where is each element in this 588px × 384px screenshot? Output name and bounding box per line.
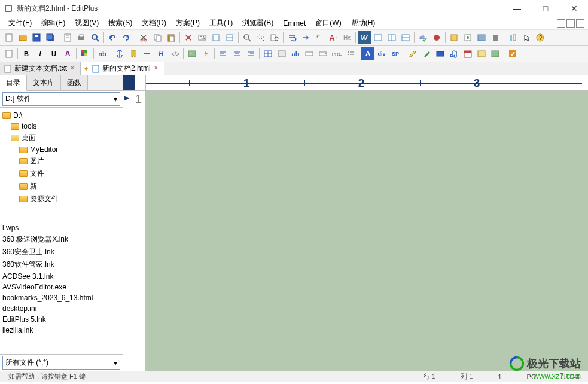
pointer-icon[interactable] xyxy=(520,31,533,44)
input-icon[interactable] xyxy=(303,47,316,60)
nbsp-button[interactable]: nb xyxy=(96,47,109,60)
char-icon[interactable] xyxy=(475,47,488,60)
file-item[interactable]: 360软件管家.lnk xyxy=(0,258,123,271)
brush-icon[interactable] xyxy=(420,47,433,60)
save-all-icon[interactable] xyxy=(44,31,57,44)
underline-button[interactable]: U xyxy=(47,47,60,60)
file-item[interactable]: EditPlus 5.lnk xyxy=(0,314,123,325)
menu-view[interactable]: 视图(V) xyxy=(70,17,103,29)
column-select-icon[interactable] xyxy=(506,31,519,44)
help-icon[interactable]: ? xyxy=(534,31,547,44)
menu-project[interactable]: 方案(P) xyxy=(171,17,205,29)
maximize-button[interactable]: □ xyxy=(537,4,555,13)
panel-tab-cliptext[interactable]: 文本库 xyxy=(27,75,61,90)
undo-icon[interactable] xyxy=(106,31,119,44)
ftp-icon[interactable] xyxy=(489,31,502,44)
record-macro-icon[interactable] xyxy=(430,31,443,44)
align-center-icon[interactable] xyxy=(230,47,243,60)
tool-b-icon[interactable] xyxy=(223,31,236,44)
ab-button[interactable]: ab xyxy=(289,47,302,60)
replace-icon[interactable] xyxy=(254,31,267,44)
tools-panel-icon[interactable] xyxy=(475,31,488,44)
file-filter-combobox[interactable]: 所有文件 (*.*) ▾ xyxy=(2,356,120,370)
tool-a-icon[interactable] xyxy=(209,31,223,44)
span-button[interactable]: SP xyxy=(389,47,402,60)
align-right-icon[interactable] xyxy=(244,47,257,60)
code-editor[interactable] xyxy=(146,91,588,371)
redo-icon[interactable] xyxy=(120,31,133,44)
font-size-icon[interactable]: A↓ xyxy=(327,31,340,44)
cut-icon[interactable] xyxy=(137,31,150,44)
options-icon[interactable] xyxy=(461,31,474,44)
folder-item[interactable]: 图片 xyxy=(0,155,123,167)
flash-icon[interactable] xyxy=(199,47,212,60)
folder-item[interactable]: 资源文件 xyxy=(0,193,123,205)
div-button[interactable]: div xyxy=(375,47,388,60)
paste-icon[interactable] xyxy=(164,31,178,44)
hr-icon[interactable] xyxy=(141,47,154,60)
invisibles-icon[interactable]: ¶ xyxy=(313,31,326,44)
menu-tools[interactable]: 工具(T) xyxy=(205,17,237,29)
music-icon[interactable] xyxy=(447,47,461,60)
menu-document[interactable]: 文档(D) xyxy=(137,17,171,29)
find-icon[interactable] xyxy=(240,31,254,44)
delete-icon[interactable] xyxy=(182,31,195,44)
font-color-icon[interactable]: A xyxy=(61,47,74,60)
folder-item[interactable]: 桌面 xyxy=(0,132,123,144)
anchor-link-icon[interactable] xyxy=(113,47,126,60)
folder-item[interactable]: MyEditor xyxy=(0,144,123,155)
table-icon[interactable] xyxy=(261,47,275,60)
align-left-icon[interactable] xyxy=(217,47,230,60)
browser-w-icon[interactable]: W xyxy=(358,31,371,44)
font-a-button[interactable]: A xyxy=(361,47,374,60)
file-item[interactable]: ACDSee 3.1.lnk xyxy=(0,271,123,282)
hex-icon[interactable]: 0A xyxy=(196,31,209,44)
pre-button[interactable]: PRE xyxy=(330,47,343,60)
drive-combobox[interactable]: D:] 软件 ▾ xyxy=(2,92,120,106)
image-icon[interactable] xyxy=(185,47,199,60)
hex-view-icon[interactable]: Hx xyxy=(340,31,354,44)
file-item[interactable]: desktop.ini xyxy=(0,303,123,314)
select-icon[interactable] xyxy=(316,47,330,60)
layout-1-icon[interactable] xyxy=(371,31,385,44)
menu-browser[interactable]: 浏览器(B) xyxy=(237,17,278,29)
bold-button[interactable]: B xyxy=(20,47,33,60)
file-item[interactable]: AVSVideoEditor.exe xyxy=(0,282,123,292)
tab-close-icon[interactable]: × xyxy=(154,65,162,72)
edit-icon[interactable] xyxy=(406,47,419,60)
folder-item[interactable]: tools xyxy=(0,121,123,132)
file-item[interactable]: 360 极速浏览器X.lnk xyxy=(0,233,123,246)
object-icon[interactable] xyxy=(489,47,502,60)
tab-close-icon[interactable]: × xyxy=(71,65,78,72)
folder-item[interactable]: 新 xyxy=(0,180,123,193)
file-item[interactable]: 360安全卫士.lnk xyxy=(0,246,123,258)
wordwrap-icon[interactable] xyxy=(285,31,298,44)
save-icon[interactable] xyxy=(30,31,43,44)
panel-tab-directory[interactable]: 目录 xyxy=(0,75,27,91)
bookmark-icon[interactable] xyxy=(127,47,140,60)
file-item[interactable]: bookmarks_2023_6_13.html xyxy=(0,292,123,303)
file-item[interactable]: l.wps xyxy=(0,223,123,233)
open-file-icon[interactable] xyxy=(16,31,29,44)
layout-3-icon[interactable] xyxy=(399,31,412,44)
folder-item[interactable]: 文件 xyxy=(0,167,123,180)
menu-emmet[interactable]: Emmet xyxy=(278,18,310,29)
html-doc-icon[interactable] xyxy=(2,47,16,60)
new-file-icon[interactable] xyxy=(2,31,16,44)
settings-icon[interactable] xyxy=(447,31,461,44)
menu-edit[interactable]: 编辑(E) xyxy=(36,17,70,29)
minimize-button[interactable]: — xyxy=(508,4,526,13)
file-item[interactable]: ilezilla.lnk xyxy=(0,325,123,336)
copy-icon[interactable] xyxy=(151,31,164,44)
tag-close-icon[interactable]: </> xyxy=(168,47,181,60)
list-ul-icon[interactable] xyxy=(344,47,357,60)
layout-2-icon[interactable] xyxy=(385,31,398,44)
mdi-restore-icon[interactable] xyxy=(566,19,575,28)
folder-item[interactable]: D:\ xyxy=(0,110,123,121)
doc-icon[interactable] xyxy=(61,31,74,44)
spellcheck-icon[interactable]: ab xyxy=(416,31,429,44)
close-button[interactable]: ✕ xyxy=(565,4,583,13)
folder-tree[interactable]: D:\ tools 桌面 MyEditor 图片 文件 新 资源文件 xyxy=(0,108,123,221)
panel-tab-functions[interactable]: 函数 xyxy=(61,75,88,90)
file-list[interactable]: l.wps 360 极速浏览器X.lnk 360安全卫士.lnk 360软件管家… xyxy=(0,221,123,354)
